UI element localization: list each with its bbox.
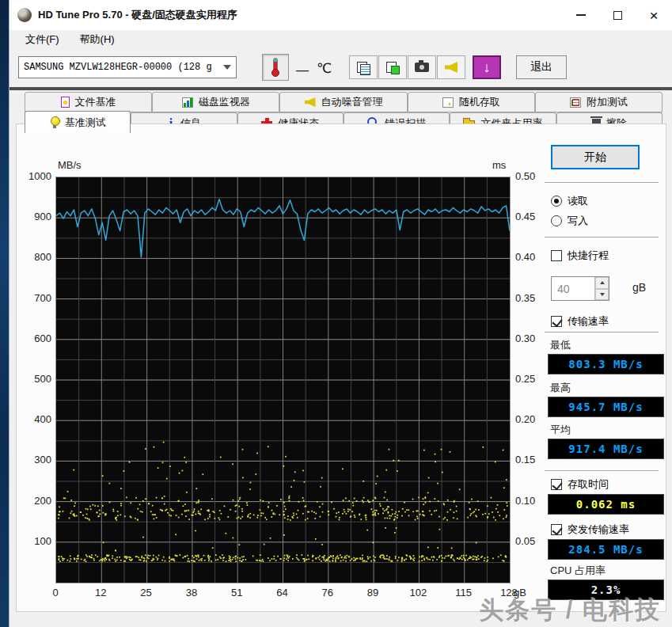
transfer-rate-checkbox[interactable]: 传输速率 [551, 314, 609, 329]
tab-file-benchmark[interactable]: 文件基准 [25, 92, 152, 112]
y-tick: 0.50 [515, 170, 535, 182]
sound-button[interactable] [437, 55, 465, 79]
x-tick: 12 [86, 587, 115, 598]
cpu-label: CPU 占用率 [550, 564, 606, 578]
copy-image-button[interactable] [378, 55, 407, 79]
checkbox-checked-icon [551, 524, 562, 535]
max-label: 最高 [550, 381, 571, 395]
toolbar: SAMSUNG MZVLW128HEGR-00000 (128 g — ℃ ↓ … [9, 49, 672, 87]
benchmark-panel: MB/s ms 1000900800700600500400300200100 … [16, 124, 666, 612]
down-arrow-icon: ↓ [484, 60, 491, 74]
extra-tests-icon [570, 97, 581, 108]
short-stroke-checkbox[interactable]: 快捷行程 [551, 249, 609, 263]
close-button[interactable]: × [636, 0, 672, 30]
left-axis-ticks: 1000900800700600500400300200100 [17, 177, 51, 583]
tab-random-access[interactable]: 随机存取 [408, 92, 535, 112]
access-time-display: 0.062 ms [548, 494, 664, 515]
drive-selector-value: SAMSUNG MZVLW128HEGR-00000 (128 g [24, 62, 212, 73]
y-tick: 300 [17, 454, 51, 466]
temperature-unit: ℃ [317, 60, 332, 77]
copy-image-icon [386, 62, 399, 74]
tab-extra-tests[interactable]: 附加测试 [535, 92, 663, 112]
tab-disk-monitor[interactable]: 磁盘监视器 [152, 92, 279, 112]
checkbox-checked-icon [551, 316, 562, 327]
up-arrow-icon [600, 281, 605, 284]
menu-help[interactable]: 帮助(H) [72, 30, 123, 49]
screenshot-button[interactable] [408, 55, 436, 79]
checkbox-icon [551, 250, 562, 261]
temperature-indicator [262, 54, 289, 81]
y-tick: 900 [17, 211, 51, 222]
hdtune-window: HD Tune Pro 5.70 - 硬盘/固态硬盘实用程序 × 文件(F) 帮… [9, 0, 672, 627]
radio-selected-icon [551, 196, 562, 207]
right-axis-unit: ms [492, 159, 506, 171]
x-axis-unit: gB [514, 587, 526, 598]
y-tick: 400 [17, 413, 51, 425]
title-bar[interactable]: HD Tune Pro 5.70 - 硬盘/固态硬盘实用程序 × [9, 0, 672, 30]
x-tick: 89 [359, 587, 387, 598]
maximize-button[interactable] [599, 0, 636, 30]
radio-icon [551, 215, 562, 226]
y-tick: 100 [17, 535, 51, 547]
drive-selector-dropdown[interactable]: SAMSUNG MZVLW128HEGR-00000 (128 g [18, 56, 237, 78]
read-radio[interactable]: 读取 [551, 194, 588, 208]
y-tick: 0.40 [515, 251, 535, 263]
y-tick: 0.05 [515, 535, 535, 547]
x-tick: 0 [41, 587, 70, 598]
down-arrow-icon [600, 293, 605, 296]
copy-text-button[interactable] [349, 55, 378, 79]
y-tick: 0.15 [515, 454, 535, 466]
max-value-display: 945.7 MB/s [548, 397, 664, 417]
copy-text-icon [357, 62, 370, 74]
x-tick: 25 [132, 587, 161, 598]
speaker-icon [445, 62, 457, 73]
y-tick: 0.20 [515, 413, 535, 425]
left-axis-unit: MB/s [58, 159, 82, 171]
access-time-checkbox[interactable]: 存取时间 [551, 477, 609, 492]
capacity-value: 40 [552, 277, 594, 300]
spinner-up-button[interactable] [595, 277, 609, 289]
download-button[interactable]: ↓ [473, 55, 501, 79]
start-button[interactable]: 开始 [551, 145, 640, 169]
separator [545, 237, 659, 238]
tab-benchmark[interactable]: 基准测试 [25, 111, 131, 133]
desktop-background [0, 0, 9, 627]
write-radio[interactable]: 写入 [551, 214, 588, 228]
speaker-icon [305, 97, 316, 107]
burst-rate-checkbox[interactable]: 突发传输速率 [551, 522, 629, 537]
lightbulb-icon [50, 116, 59, 128]
tab-aam[interactable]: 自动噪音管理 [279, 92, 407, 112]
camera-icon [415, 63, 429, 72]
maximize-icon [613, 11, 622, 20]
benchmark-chart [55, 177, 511, 583]
app-icon [17, 8, 32, 22]
x-tick: 38 [177, 587, 206, 598]
chevron-down-icon [223, 65, 231, 70]
capacity-unit: gB [632, 281, 646, 294]
x-tick: 76 [313, 587, 342, 598]
right-axis-ticks: 0.500.450.400.350.300.250.200.150.100.05 [515, 177, 547, 583]
y-tick: 1000 [17, 170, 51, 182]
min-value-display: 803.3 MB/s [548, 354, 664, 374]
file-benchmark-icon [61, 97, 70, 108]
bar-chart-icon [182, 97, 193, 108]
y-tick: 800 [17, 251, 51, 263]
separator [545, 332, 659, 332]
min-label: 最低 [550, 338, 571, 352]
separator [545, 182, 659, 183]
y-tick: 200 [17, 495, 51, 507]
separator [545, 470, 659, 471]
y-tick: 0.10 [515, 495, 535, 507]
minimize-button[interactable] [563, 0, 599, 30]
y-tick: 0.30 [515, 332, 535, 344]
cpu-usage-display: 2.3% [548, 580, 664, 600]
y-tick: 0.35 [515, 292, 535, 304]
capacity-spinner[interactable]: 40 [551, 276, 609, 301]
menu-file[interactable]: 文件(F) [17, 30, 67, 49]
spinner-down-button[interactable] [595, 289, 609, 301]
exit-button[interactable]: 退出 [516, 55, 567, 79]
x-tick: 51 [222, 587, 251, 598]
temperature-value: — [296, 63, 309, 78]
window-title: HD Tune Pro 5.70 - 硬盘/固态硬盘实用程序 [38, 8, 237, 22]
menu-bar: 文件(F) 帮助(H) [9, 30, 672, 49]
